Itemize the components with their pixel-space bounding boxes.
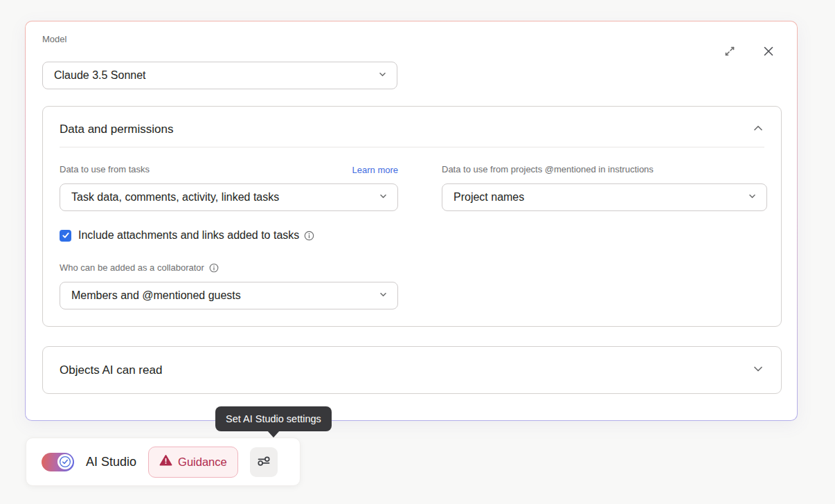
attachments-checkbox[interactable] (60, 230, 71, 242)
section-title: Objects AI can read (60, 363, 162, 377)
left-column: Data to use from tasks Learn more Task d… (60, 164, 398, 309)
projects-data-label: Data to use from projects @mentioned in … (442, 164, 654, 175)
chevron-up-icon (752, 122, 764, 137)
tasks-data-select[interactable]: Task data, comments, activity, linked ta… (60, 183, 398, 211)
close-icon[interactable] (761, 44, 776, 59)
projects-data-select-value: Project names (454, 191, 524, 204)
chevron-down-icon (379, 191, 388, 204)
toggle-knob (57, 454, 73, 469)
ai-studio-toggle[interactable] (42, 453, 74, 471)
info-icon[interactable] (304, 231, 314, 241)
info-icon[interactable] (209, 263, 219, 273)
guidance-button[interactable]: Guidance (148, 447, 238, 478)
tooltip-text: Set AI Studio settings (226, 413, 321, 424)
model-label: Model (42, 34, 780, 45)
collaborator-select-value: Members and @mentioned guests (71, 289, 241, 302)
attachments-checkbox-label: Include attachments and links added to t… (78, 229, 299, 242)
model-select[interactable]: Claude 3.5 Sonnet (42, 62, 397, 89)
section-header-objects-ai-can-read[interactable]: Objects AI can read (42, 346, 782, 394)
chevron-down-icon (752, 363, 764, 378)
section-data-and-permissions: Data and permissions Data to use from ta… (42, 106, 782, 327)
projects-data-select[interactable]: Project names (442, 183, 767, 211)
chevron-down-icon (378, 69, 387, 82)
collaborator-label: Who can be added as a collaborator (60, 262, 204, 273)
tasks-data-select-value: Task data, comments, activity, linked ta… (71, 191, 279, 204)
expand-icon[interactable] (722, 44, 737, 59)
section-title: Data and permissions (60, 123, 173, 136)
guidance-button-label: Guidance (178, 456, 227, 469)
ai-studio-bar: AI Studio Guidance (26, 438, 300, 486)
tooltip-arrow (267, 431, 280, 438)
ai-studio-settings-button[interactable] (250, 447, 278, 477)
sliders-icon (255, 453, 272, 471)
tasks-data-label: Data to use from tasks (60, 164, 150, 175)
ai-studio-settings-dialog: Model Claude 3.5 Sonnet Data and permiss… (25, 21, 798, 421)
ai-studio-label: AI Studio (86, 455, 136, 469)
warning-icon (159, 454, 172, 469)
chevron-down-icon (379, 289, 388, 302)
collaborator-select[interactable]: Members and @mentioned guests (60, 282, 398, 309)
model-select-value: Claude 3.5 Sonnet (54, 69, 146, 82)
learn-more-link[interactable]: Learn more (352, 165, 398, 175)
section-header-data-and-permissions[interactable]: Data and permissions (43, 107, 781, 147)
chevron-down-icon (748, 191, 757, 204)
right-column: Data to use from projects @mentioned in … (442, 164, 767, 211)
tooltip: Set AI Studio settings (215, 406, 332, 431)
